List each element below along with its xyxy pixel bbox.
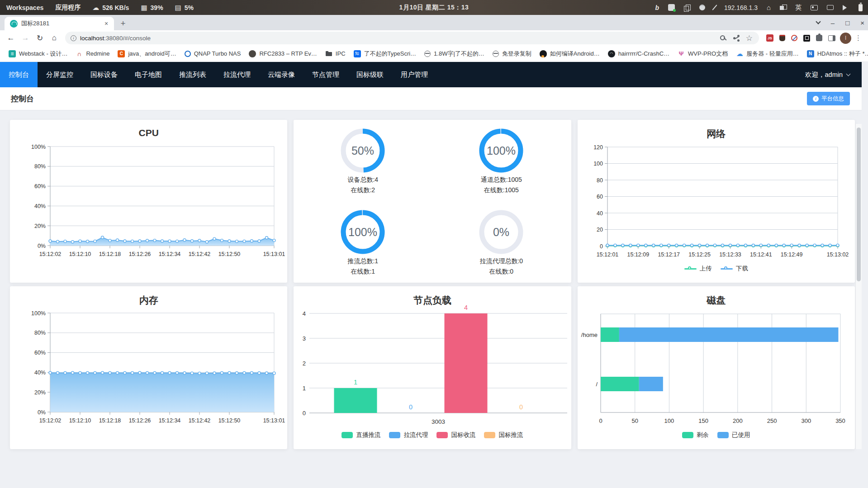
browser-menu-icon[interactable]: ⋮ <box>853 34 863 42</box>
scrollbar-thumb[interactable] <box>857 128 861 281</box>
svg-text:0: 0 <box>409 403 413 411</box>
n-favicon-icon <box>807 50 814 57</box>
nav-item-2[interactable]: 国标设备 <box>82 62 126 87</box>
svg-text:15:12:02: 15:12:02 <box>39 417 62 424</box>
window-close-button[interactable]: × <box>860 19 864 27</box>
user-menu[interactable]: 欢迎，admin <box>805 71 862 79</box>
legend-item[interactable]: 直播推流 <box>342 431 380 439</box>
svg-text:15:12:01: 15:12:01 <box>596 251 618 258</box>
chart-legend: 上传下载 <box>578 265 855 273</box>
clipboard-tray-icon[interactable] <box>684 5 690 11</box>
share-icon[interactable] <box>733 35 740 41</box>
bookmark-item[interactable]: hairrrrr/C-CrashC… <box>604 48 674 60</box>
bookmark-item[interactable]: 服务器 - 轻量应用… <box>732 48 803 60</box>
nav-item-7[interactable]: 节点管理 <box>304 62 348 87</box>
clock[interactable]: 1月10日 星期二 15：13 <box>399 4 469 12</box>
bookmark-item[interactable]: IPC <box>321 48 350 60</box>
js-extension-icon[interactable]: JS <box>766 34 773 42</box>
page-scrollbar[interactable] <box>855 124 862 449</box>
svg-text:50%: 50% <box>351 144 374 157</box>
nav-item-5[interactable]: 拉流代理 <box>215 62 259 87</box>
svg-text:1: 1 <box>354 379 357 386</box>
svg-text:15:12:33: 15:12:33 <box>719 251 741 258</box>
stat-online-label: 在线数:2 <box>294 186 432 195</box>
chart-title-disk: 磁盘 <box>578 294 855 307</box>
ip-address-indicator[interactable]: 192.168.1.3 <box>724 4 758 11</box>
legend-item[interactable]: 拉流代理 <box>389 431 428 439</box>
legend-item[interactable]: 国标收流 <box>436 431 475 439</box>
bookmark-item[interactable]: java、android可… <box>114 48 180 60</box>
bookmark-item[interactable]: 1.8W字|了不起的… <box>420 48 489 60</box>
nav-item-8[interactable]: 国标级联 <box>348 62 392 87</box>
nav-item-0[interactable]: 控制台 <box>0 62 38 87</box>
nav-item-1[interactable]: 分屏监控 <box>38 62 82 87</box>
home-button[interactable]: ⌂ <box>48 32 61 44</box>
chart-legend: 直播推流拉流代理国标收流国标推流 <box>294 431 571 439</box>
bookmark-label: QNAP Turbo NAS <box>194 50 241 57</box>
bookmark-item[interactable]: 了不起的TypeScri… <box>350 48 421 60</box>
legend-item[interactable]: 上传 <box>684 265 712 273</box>
new-tab-button[interactable]: + <box>117 17 129 30</box>
globe-favicon-icon <box>424 51 431 57</box>
svg-text:15:12:42: 15:12:42 <box>189 417 211 424</box>
svg-text:60%: 60% <box>34 183 46 190</box>
nav-item-9[interactable]: 用户管理 <box>392 62 436 87</box>
image-viewer-tray-icon[interactable] <box>668 4 675 11</box>
bookmark-star-icon[interactable]: ☆ <box>746 33 753 43</box>
windows-tray-icon[interactable] <box>780 5 786 10</box>
tab-search-chevron-icon[interactable] <box>816 19 821 24</box>
screenshot-extension-icon[interactable] <box>803 35 810 42</box>
svg-text:20%: 20% <box>34 223 46 229</box>
donut-ring-icon: 100% <box>339 208 386 256</box>
bing-tray-icon[interactable]: b <box>655 4 659 11</box>
app-tray-icon[interactable] <box>699 5 705 10</box>
svg-text:20%: 20% <box>34 389 46 396</box>
bookmark-label: IPC <box>336 50 346 57</box>
forward-button[interactable]: → <box>19 32 32 44</box>
bookmark-label: 免登录复制 <box>502 50 531 58</box>
nav-item-4[interactable]: 推流列表 <box>171 62 215 87</box>
legend-item[interactable]: 剩余 <box>682 431 709 439</box>
platform-info-button[interactable]: i 平台信息 <box>807 92 850 105</box>
profile-avatar[interactable]: l <box>840 33 851 44</box>
svg-text:15:12:34: 15:12:34 <box>159 251 181 257</box>
bookmark-item[interactable]: QNAP Turbo NAS <box>180 48 245 60</box>
bookmark-item[interactable]: WVP-PRO文档 <box>674 48 732 60</box>
url-text[interactable]: localhost:38080/#/console <box>80 35 716 42</box>
browser-tab[interactable]: 国标28181 × <box>5 17 114 30</box>
side-panel-icon[interactable] <box>828 35 835 41</box>
window-maximize-button[interactable]: □ <box>845 19 849 27</box>
applications-menu[interactable]: 应用程序 <box>55 4 81 12</box>
svg-text:100%: 100% <box>31 144 46 150</box>
tool-tray-icon[interactable] <box>712 5 717 10</box>
password-key-icon[interactable] <box>720 35 727 42</box>
volume-tray-icon[interactable] <box>843 5 849 10</box>
bookmark-item[interactable]: Webstack - 设计… <box>5 48 71 60</box>
back-button[interactable]: ← <box>5 32 17 44</box>
site-info-icon[interactable]: i <box>71 35 76 41</box>
home-tray-icon[interactable]: ⌂ <box>767 4 771 11</box>
tab-close-icon[interactable]: × <box>102 19 110 28</box>
extensions-puzzle-icon[interactable] <box>816 35 822 41</box>
bookmark-item[interactable]: 如何编译Android… <box>536 48 604 60</box>
bookmark-item[interactable]: 免登录复制 <box>489 48 536 60</box>
keyboard-tray-icon[interactable] <box>811 5 818 10</box>
reload-button[interactable]: ↻ <box>33 32 46 44</box>
nav-item-6[interactable]: 云端录像 <box>259 62 304 87</box>
legend-item[interactable]: 下载 <box>721 265 748 273</box>
legend-item[interactable]: 国标推流 <box>484 431 523 439</box>
info-icon: i <box>813 96 819 102</box>
display-tray-icon[interactable] <box>827 5 834 10</box>
legend-label: 剩余 <box>697 431 709 439</box>
bookmark-item[interactable]: Redmine <box>71 48 114 60</box>
bookmark-item[interactable]: RFC2833 – RTP Ev… <box>245 48 321 60</box>
adblock-extension-icon[interactable] <box>791 35 797 41</box>
window-minimize-button[interactable]: – <box>831 19 835 27</box>
nav-item-3[interactable]: 电子地图 <box>126 62 171 87</box>
cup-extension-icon[interactable] <box>779 35 785 41</box>
ime-indicator[interactable]: 英 <box>795 4 802 12</box>
bookmark-item[interactable]: HDAtmos :: 种子 *… <box>803 48 868 60</box>
legend-item[interactable]: 已使用 <box>717 431 750 439</box>
workspaces-button[interactable]: Workspaces <box>6 4 43 11</box>
address-bar[interactable]: i localhost:38080/#/console ☆ <box>65 32 759 44</box>
